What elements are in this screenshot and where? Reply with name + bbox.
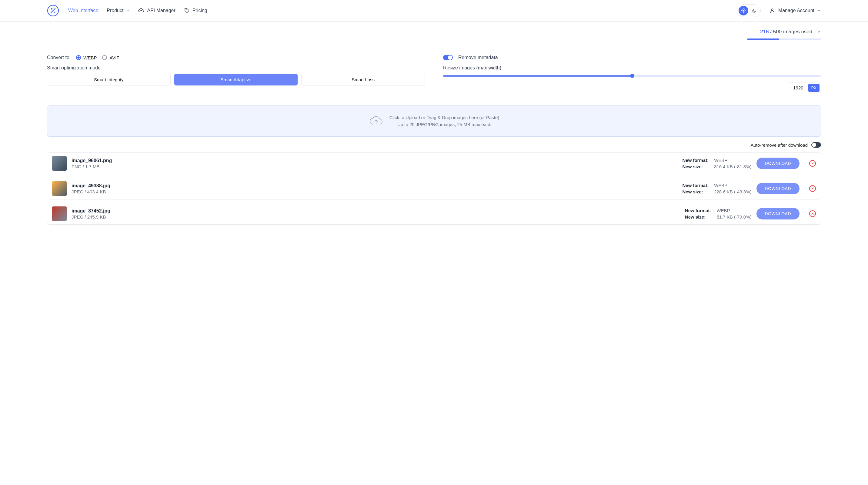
upload-dropzone[interactable]: Click to Upload or Drag & Drop images he… — [47, 105, 821, 137]
manage-account[interactable]: Manage Account — [769, 7, 821, 13]
file-thumbnail — [52, 181, 67, 196]
svg-point-11 — [771, 9, 773, 10]
auto-remove-switch[interactable] — [811, 142, 821, 148]
svg-line-8 — [744, 12, 745, 12]
nav-web-interface[interactable]: Web Interface — [68, 8, 98, 13]
resize-slider[interactable] — [443, 75, 821, 77]
close-icon: ✕ — [811, 186, 814, 191]
theme-dark-button[interactable] — [749, 6, 759, 16]
remove-button[interactable]: ✕ — [809, 185, 816, 192]
mode-integrity[interactable]: Smart Integrity — [47, 74, 170, 86]
mode-label: Smart optimization mode — [47, 65, 425, 71]
usage-panel: 216 / 500 images used. — [47, 29, 821, 40]
file-name: image_87452.jpg — [71, 208, 680, 214]
convert-radio-webp[interactable]: WEBP — [76, 55, 97, 60]
resize-value[interactable]: 1920 — [789, 84, 807, 92]
mode-group: Smart Integrity Smart Adaptive Smart Los… — [47, 74, 425, 86]
moon-icon — [752, 8, 757, 13]
stat-size-label: New size: — [685, 214, 711, 219]
chevron-down-icon — [817, 9, 821, 12]
svg-point-1 — [185, 9, 186, 10]
theme-toggle — [737, 4, 761, 17]
convert-label: Convert to: — [47, 55, 71, 60]
remove-button[interactable]: ✕ — [809, 210, 816, 217]
metadata-switch[interactable] — [443, 55, 453, 60]
download-button[interactable]: DOWNLOAD — [756, 208, 800, 219]
mode-loss[interactable]: Smart Loss — [301, 74, 425, 86]
resize-label: Resize images (max width) — [443, 65, 821, 71]
nav-product[interactable]: Product — [107, 8, 129, 13]
main-nav: Web Interface Product API Manager Pricin… — [68, 7, 207, 14]
stat-size-value: 316.4 KB (-81.8%) — [714, 164, 751, 169]
chevron-down-icon — [126, 9, 129, 12]
file-subtitle: JPEG / 403.4 KB — [71, 189, 677, 194]
close-icon: ✕ — [811, 212, 814, 216]
stat-format-value: WEBP — [716, 208, 751, 213]
cloud-upload-icon — [369, 115, 383, 127]
app-header: Web Interface Product API Manager Pricin… — [0, 0, 868, 22]
file-row: image_49388.jpg JPEG / 403.4 KB New form… — [47, 178, 821, 200]
nav-api-manager[interactable]: API Manager — [138, 7, 175, 14]
tag-icon — [184, 7, 190, 13]
auto-remove-label: Auto-remove after download — [751, 143, 808, 148]
resize-input-group: 1920 PX — [788, 82, 821, 93]
user-icon — [769, 7, 775, 13]
file-row: image_96061.png PNG / 1.7 MB New format:… — [47, 152, 821, 174]
svg-line-7 — [742, 9, 743, 10]
stat-format-label: New format: — [682, 158, 709, 163]
stat-size-value: 228.6 KB (-43.3%) — [714, 189, 751, 194]
chevron-down-icon[interactable] — [817, 30, 821, 34]
remove-button[interactable]: ✕ — [809, 160, 816, 167]
svg-line-10 — [744, 9, 745, 10]
convert-radio-avif[interactable]: AVIF — [102, 55, 119, 60]
download-button[interactable]: DOWNLOAD — [756, 158, 800, 169]
cloud-icon — [138, 7, 145, 14]
file-thumbnail — [52, 206, 67, 221]
usage-progress — [747, 38, 821, 40]
stat-size-label: New size: — [682, 189, 709, 194]
svg-line-9 — [742, 12, 743, 12]
dropzone-line1: Click to Upload or Drag & Drop images he… — [390, 114, 499, 121]
stat-format-label: New format: — [682, 183, 709, 188]
theme-light-button[interactable] — [739, 6, 748, 16]
sun-icon — [741, 8, 746, 13]
download-button[interactable]: DOWNLOAD — [756, 183, 800, 194]
usage-text: 216 / 500 images used. — [760, 29, 814, 35]
resize-unit: PX — [808, 84, 819, 92]
stat-format-label: New format: — [685, 208, 711, 213]
svg-point-2 — [743, 10, 744, 11]
mode-adaptive[interactable]: Smart Adaptive — [174, 74, 298, 86]
stat-size-label: New size: — [682, 164, 709, 169]
file-name: image_49388.jpg — [71, 183, 677, 188]
file-subtitle: JPEG / 245.9 KB — [71, 214, 680, 219]
stat-size-value: 51.7 KB (-79.0%) — [716, 214, 751, 219]
app-logo — [47, 4, 59, 17]
file-row: image_87452.jpg JPEG / 245.9 KB New form… — [47, 203, 821, 224]
metadata-label: Remove metadata — [458, 55, 498, 60]
controls-panel: Convert to: WEBP AVIF Smart optimization… — [47, 55, 821, 93]
main-content: 216 / 500 images used. Convert to: WEBP … — [0, 22, 868, 235]
file-thumbnail — [52, 156, 67, 171]
nav-pricing[interactable]: Pricing — [184, 7, 207, 13]
close-icon: ✕ — [811, 161, 814, 165]
file-subtitle: PNG / 1.7 MB — [71, 164, 677, 169]
stat-format-value: WEBP — [714, 158, 751, 163]
stat-format-value: WEBP — [714, 183, 751, 188]
file-name: image_96061.png — [71, 158, 677, 163]
dropzone-line2: Up to 20 JPEG/PNG images, 25 MB max each — [390, 121, 499, 128]
